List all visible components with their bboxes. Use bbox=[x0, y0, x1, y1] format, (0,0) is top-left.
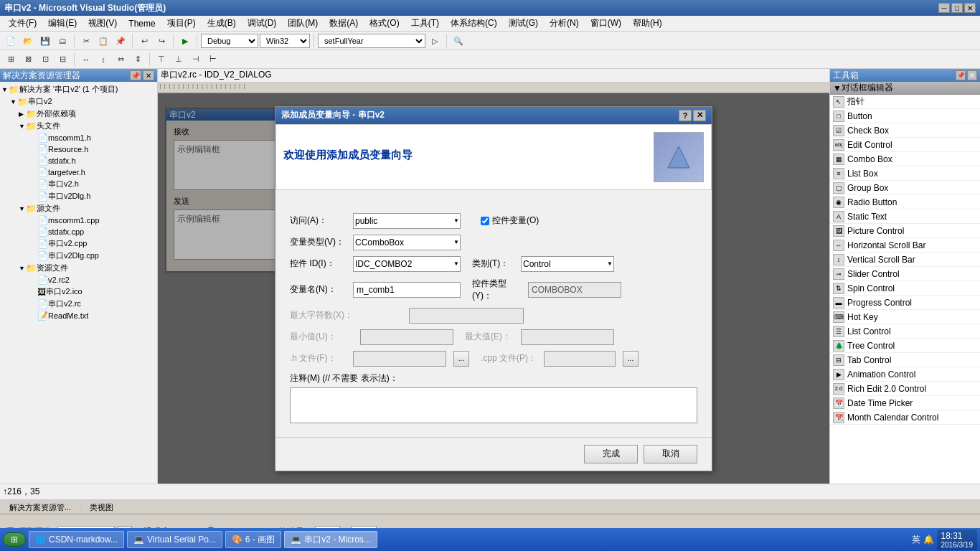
file-maincpp[interactable]: 📄 串口v2.cpp bbox=[1, 237, 156, 250]
tb2-btn2[interactable]: ⊠ bbox=[20, 52, 36, 67]
cppfile-browse-button[interactable]: ... bbox=[623, 351, 639, 367]
toolbox-animation[interactable]: ▶ Animation Control bbox=[830, 367, 980, 382]
controlid-select[interactable]: IDC_COMBO2 bbox=[353, 256, 461, 272]
tb2-btn11[interactable]: ⊣ bbox=[188, 52, 204, 67]
toolbox-slider[interactable]: ⊸ Slider Control bbox=[830, 267, 980, 281]
menu-debug[interactable]: 调试(D) bbox=[242, 16, 283, 31]
toolbox-radio-button[interactable]: ◉ Radio Button bbox=[830, 195, 980, 209]
maxval-input[interactable] bbox=[521, 329, 614, 345]
tb2-btn4[interactable]: ⊟ bbox=[55, 52, 70, 67]
project-node[interactable]: ▼ 📁 串口v2 bbox=[1, 95, 156, 108]
file-resourceh[interactable]: 📄 Resource.h bbox=[1, 143, 156, 155]
bottom-tab-class[interactable]: 类视图 bbox=[80, 500, 123, 514]
menu-test[interactable]: 测试(G) bbox=[503, 16, 544, 31]
toolbox-static-text[interactable]: A Static Text bbox=[830, 209, 980, 224]
tb2-btn10[interactable]: ⊥ bbox=[171, 52, 187, 67]
menu-project[interactable]: 项目(P) bbox=[161, 16, 202, 31]
file-ico[interactable]: 🖼 串口v2.ico bbox=[1, 286, 156, 298]
taskbar-paint[interactable]: 🎨 6 - 画图 bbox=[225, 531, 281, 548]
maximize-button[interactable]: □ bbox=[951, 3, 963, 13]
tb2-btn8[interactable]: ⇕ bbox=[130, 52, 146, 67]
file-mainh[interactable]: 📄 串口v2.h bbox=[1, 178, 156, 190]
toolbox-rich-edit[interactable]: 2.0 Rich Edit 2.0 Control bbox=[830, 382, 980, 396]
file-mscomm1cpp[interactable]: 📄 mscomm1.cpp bbox=[1, 215, 156, 226]
minimize-button[interactable]: ─ bbox=[938, 3, 950, 13]
file-stdafxh[interactable]: 📄 stdafx.h bbox=[1, 155, 156, 166]
tb2-btn6[interactable]: ↕ bbox=[95, 52, 111, 67]
menu-help[interactable]: 帮助(H) bbox=[627, 16, 668, 31]
file-mainrc[interactable]: 📄 串口v2.rc bbox=[1, 298, 156, 310]
taskbar-csdn[interactable]: 🌐 CSDN-markdow... bbox=[29, 531, 124, 548]
maxchars-input[interactable] bbox=[409, 308, 524, 324]
config-dropdown[interactable]: Debug bbox=[201, 34, 258, 48]
control-var-checkbox[interactable] bbox=[481, 217, 489, 225]
menu-window[interactable]: 窗口(W) bbox=[585, 16, 627, 31]
hfile-input[interactable] bbox=[353, 351, 446, 367]
vartype-select[interactable]: CComboBox bbox=[353, 235, 461, 250]
function-dropdown[interactable]: setFullYear bbox=[318, 34, 425, 48]
menu-theme[interactable]: Theme bbox=[123, 17, 161, 30]
close-panel-button[interactable]: ✕ bbox=[143, 70, 154, 80]
toolbox-combo-box[interactable]: ▦ Combo Box bbox=[830, 152, 980, 166]
category-select[interactable]: Control bbox=[521, 256, 614, 272]
toolbox-vscrollbar[interactable]: ↕ Vertical Scroll Bar bbox=[830, 253, 980, 267]
undo-button[interactable]: ↩ bbox=[136, 33, 152, 49]
search-button[interactable]: 🔍 bbox=[451, 33, 466, 49]
menu-data[interactable]: 数据(A) bbox=[324, 16, 364, 31]
taskbar-virtualserial[interactable]: 💻 Virtual Serial Po... bbox=[127, 531, 222, 548]
access-select[interactable]: public bbox=[353, 213, 461, 229]
hfile-browse-button[interactable]: ... bbox=[453, 351, 469, 367]
cancel-button[interactable]: 取消 bbox=[644, 445, 697, 463]
toolbox-edit-control[interactable]: ab| Edit Control bbox=[830, 138, 980, 152]
toolbox-close-button[interactable]: ✕ bbox=[967, 70, 977, 80]
paste-button[interactable]: 📌 bbox=[113, 33, 128, 49]
file-stdafxcpp[interactable]: 📄 stdafx.cpp bbox=[1, 226, 156, 237]
toolbox-month-calendar[interactable]: 📆 Month Calendar Control bbox=[830, 410, 980, 425]
toolbox-hscrollbar[interactable]: ↔ Horizontal Scroll Bar bbox=[830, 238, 980, 253]
start-button[interactable]: ⊞ bbox=[3, 532, 26, 547]
resources-folder[interactable]: ▼ 📁 资源文件 bbox=[1, 262, 156, 274]
toolbox-section-header[interactable]: ▼ 对话框编辑器 bbox=[830, 82, 980, 95]
external-deps[interactable]: ▶ 📁 外部依赖项 bbox=[1, 108, 156, 120]
tb2-btn5[interactable]: ↔ bbox=[78, 52, 94, 67]
new-file-button[interactable]: 📄 bbox=[3, 33, 19, 49]
save-all-button[interactable]: 🗂 bbox=[55, 33, 70, 49]
toolbox-spin[interactable]: ⇅ Spin Control bbox=[830, 281, 980, 296]
platform-dropdown[interactable]: Win32 bbox=[260, 34, 310, 48]
close-button[interactable]: ✕ bbox=[964, 3, 976, 13]
finish-button[interactable]: 完成 bbox=[584, 445, 638, 463]
menu-tools[interactable]: 工具(T) bbox=[405, 16, 445, 31]
play-button[interactable]: ▶ bbox=[177, 33, 193, 49]
headers-folder[interactable]: ▼ 📁 头文件 bbox=[1, 120, 156, 132]
toolbox-checkbox[interactable]: ☑ Check Box bbox=[830, 123, 980, 138]
solution-root[interactable]: ▼ 📁 解决方案 '串口v2' (1 个项目) bbox=[1, 83, 156, 95]
go-button[interactable]: ▷ bbox=[427, 33, 443, 49]
menu-system[interactable]: 体系结构(C) bbox=[445, 16, 503, 31]
tb2-btn12[interactable]: ⊢ bbox=[205, 52, 221, 67]
tb2-btn7[interactable]: ⇔ bbox=[113, 52, 128, 67]
taskbar-vs[interactable]: 💻 串口v2 - Micros... bbox=[284, 531, 377, 548]
cut-button[interactable]: ✂ bbox=[78, 33, 94, 49]
sources-folder[interactable]: ▼ 📁 源文件 bbox=[1, 202, 156, 215]
open-file-button[interactable]: 📂 bbox=[20, 33, 36, 49]
toolbox-group-box[interactable]: ▢ Group Box bbox=[830, 181, 980, 195]
file-mscomm1h[interactable]: 📄 mscomm1.h bbox=[1, 132, 156, 143]
copy-button[interactable]: 📋 bbox=[95, 33, 111, 49]
bottom-tab-solution[interactable]: 解决方案资源管... bbox=[0, 500, 80, 514]
toolbox-list-box[interactable]: ≡ List Box bbox=[830, 166, 980, 181]
menu-analyze[interactable]: 分析(N) bbox=[544, 16, 585, 31]
file-targetverh[interactable]: 📄 targetver.h bbox=[1, 166, 156, 178]
pin-button[interactable]: 📌 bbox=[130, 70, 141, 80]
toolbox-picture-control[interactable]: 🖼 Picture Control bbox=[830, 224, 980, 238]
menu-edit[interactable]: 编辑(E) bbox=[42, 16, 83, 31]
menu-format[interactable]: 格式(O) bbox=[364, 16, 405, 31]
cppfile-input[interactable] bbox=[544, 351, 616, 367]
menu-build[interactable]: 生成(B) bbox=[202, 16, 242, 31]
toolbox-pointer[interactable]: ↖ 指针 bbox=[830, 95, 980, 109]
toolbox-tree-control[interactable]: 🌲 Tree Control bbox=[830, 339, 980, 353]
file-dlgcpp[interactable]: 📄 串口v2Dlg.cpp bbox=[1, 250, 156, 262]
varname-input[interactable] bbox=[353, 282, 461, 298]
toolbox-progress[interactable]: ▬ Progress Control bbox=[830, 296, 980, 310]
save-button[interactable]: 💾 bbox=[37, 33, 53, 49]
file-v2rc2[interactable]: 📄 v2.rc2 bbox=[1, 274, 156, 286]
